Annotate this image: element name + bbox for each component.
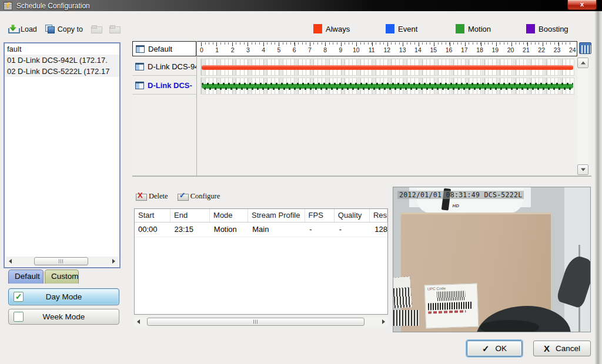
- unchecked-checkbox-icon[interactable]: [14, 312, 24, 322]
- timeline-panel: Default 01234567891011121314151617181920…: [132, 41, 591, 177]
- timeline-hour-labels: 0123456789101112131415161718192021222324: [198, 46, 577, 53]
- boosting-swatch: [526, 24, 535, 33]
- cancel-button[interactable]: X Cancel: [533, 341, 591, 356]
- table-header-row: Start End Mode Stream Profile FPS Qualit…: [135, 209, 387, 223]
- delete-label: Delete: [149, 192, 168, 201]
- hour-label: 11: [367, 46, 376, 53]
- week-mode-button[interactable]: Week Mode: [8, 309, 119, 325]
- event-swatch: [386, 24, 394, 33]
- column-quality[interactable]: Quality: [335, 209, 370, 222]
- copy-to-label: Copy to: [58, 25, 83, 33]
- motion-swatch: [456, 24, 464, 33]
- configure-label: Configure: [190, 192, 220, 201]
- tab-custom[interactable]: Custom: [45, 269, 79, 284]
- scroll-down-arrow-icon[interactable]: [577, 164, 588, 175]
- preview-barcode-icon: [437, 291, 466, 301]
- calendar-grid-icon[interactable]: [579, 42, 591, 54]
- hour-label: 13: [399, 46, 407, 53]
- schedule-toolbar: Delete Configure: [136, 192, 220, 201]
- hour-label: 22: [537, 46, 546, 53]
- list-item[interactable]: fault: [5, 43, 119, 55]
- scroll-right-arrow-icon[interactable]: [112, 259, 115, 264]
- scroll-thumb[interactable]: [34, 257, 88, 265]
- schedule-window-icon: [135, 63, 144, 70]
- cell-stream-profile: Main: [249, 223, 306, 237]
- cell-mode: Motion: [210, 223, 249, 237]
- hour-label: 24: [568, 46, 577, 53]
- hour-label: 1: [213, 46, 221, 53]
- schedule-table: Start End Mode Stream Profile FPS Qualit…: [134, 208, 388, 315]
- column-mode[interactable]: Mode: [210, 209, 248, 222]
- copy-to-button[interactable]: Copy to: [45, 25, 83, 33]
- day-mode-button[interactable]: ✓ Day Mode: [8, 288, 119, 305]
- hour-label: 21: [522, 46, 530, 53]
- hour-label: 19: [491, 46, 499, 53]
- hour-label: 7: [306, 46, 314, 53]
- scroll-left-arrow-icon[interactable]: [9, 259, 12, 264]
- delete-button[interactable]: Delete: [136, 192, 168, 201]
- timeline-row-camera2-selected[interactable]: D-Link DCS-: [132, 77, 196, 95]
- checked-checkbox-icon[interactable]: ✓: [14, 292, 24, 302]
- load-label: Load: [21, 25, 37, 33]
- boosting-label: Boosting: [539, 25, 568, 33]
- paste-icon[interactable]: [91, 25, 101, 33]
- paste-special-icon[interactable]: [109, 25, 119, 33]
- scroll-up-arrow-icon[interactable]: [577, 58, 588, 68]
- hour-label: 8: [321, 46, 329, 53]
- scroll-thumb[interactable]: [147, 318, 364, 326]
- preview-hd-text: HD: [453, 203, 460, 208]
- preview-barcode2-icon: [427, 302, 473, 311]
- cross-icon: X: [544, 343, 550, 353]
- scroll-right-arrow-icon[interactable]: [382, 319, 385, 324]
- hour-label: 14: [414, 46, 422, 53]
- always-label: Always: [326, 25, 350, 33]
- preview-label-redline: [428, 310, 466, 314]
- close-button[interactable]: x: [567, 0, 597, 10]
- timeline-row-camera1[interactable]: D-Link DCS-94: [132, 58, 196, 76]
- motion-schedule-bar[interactable]: [202, 84, 573, 89]
- timeline-header-cell[interactable]: Default: [132, 41, 196, 56]
- hour-label: 6: [290, 46, 299, 53]
- hour-label: 23: [553, 46, 561, 53]
- timeline-vertical-scrollbar[interactable]: [577, 58, 588, 175]
- preview-timestamp-overlay: 2012/01/01 08:31:49 DCS-5222L: [397, 191, 524, 199]
- delete-icon: [136, 193, 146, 201]
- timeline-header-label: Default: [148, 45, 172, 53]
- list-item[interactable]: 01 D-Link DCS-942L (172.17.: [5, 55, 119, 66]
- timeline-track-camera2[interactable]: [200, 77, 574, 95]
- load-icon: [8, 25, 18, 33]
- hour-label: 15: [429, 46, 437, 53]
- list-item[interactable]: 02 D-Link DCS-5222L (172.17: [5, 66, 119, 77]
- cell-end: 23:15: [170, 223, 210, 237]
- load-button[interactable]: Load: [8, 25, 37, 33]
- cell-resolution: 128: [371, 223, 387, 237]
- schedule-window-icon: [136, 45, 145, 53]
- title-bar[interactable]: Schedule Configuration: [0, 0, 602, 11]
- tab-default[interactable]: Default: [8, 269, 44, 284]
- column-start[interactable]: Start: [135, 209, 170, 222]
- table-horizontal-scrollbar[interactable]: [134, 317, 388, 327]
- schedule-window-icon: [135, 82, 144, 89]
- ruler-major-ticks: [201, 42, 573, 46]
- column-end[interactable]: End: [170, 209, 210, 222]
- configure-button[interactable]: Configure: [178, 192, 220, 201]
- hour-label: 2: [229, 46, 237, 53]
- timeline-ruler: 0123456789101112131415161718192021222324: [196, 41, 577, 56]
- hour-label: 20: [507, 46, 515, 53]
- table-row[interactable]: 00:00 23:15 Motion Main - - 128: [135, 223, 387, 237]
- column-stream-profile[interactable]: Stream Profile: [248, 209, 305, 222]
- always-schedule-bar[interactable]: [202, 65, 573, 70]
- ok-button[interactable]: ✓ OK: [467, 341, 522, 356]
- scroll-left-arrow-icon[interactable]: [137, 319, 140, 324]
- schedule-configuration-dialog: Schedule Configuration x Load Copy to Al…: [0, 0, 602, 364]
- copy-icon: [45, 25, 55, 33]
- hour-label: 16: [445, 46, 453, 53]
- list-horizontal-scrollbar[interactable]: [6, 257, 118, 266]
- timeline-track-camera1[interactable]: [200, 59, 574, 76]
- legend-boosting: Boosting: [526, 24, 568, 33]
- column-resolution[interactable]: Res: [370, 209, 387, 222]
- event-label: Event: [398, 25, 417, 33]
- timeline-column-divider: [196, 41, 197, 176]
- column-fps[interactable]: FPS: [305, 209, 335, 222]
- window-title: Schedule Configuration: [16, 2, 90, 10]
